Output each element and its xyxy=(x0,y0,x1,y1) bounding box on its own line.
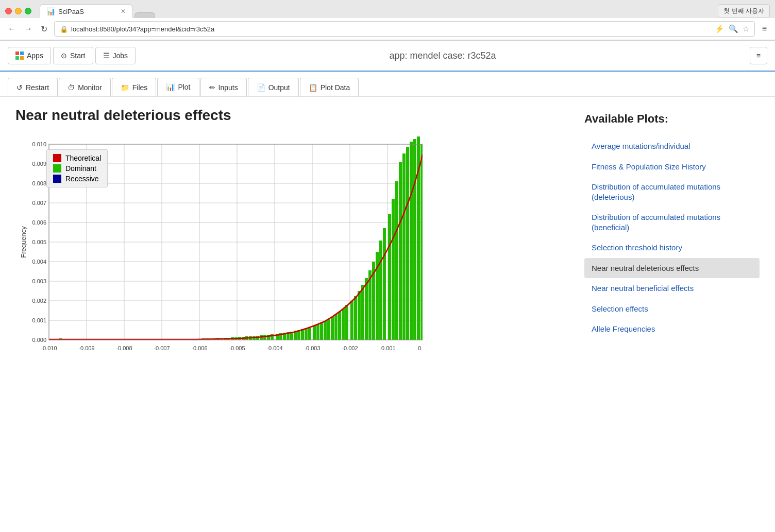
start-button[interactable]: ⊙ Start xyxy=(53,47,93,64)
tab-output-label: Output xyxy=(268,83,290,92)
traffic-lights xyxy=(5,8,31,14)
tab-monitor[interactable]: ⏱ Monitor xyxy=(59,78,111,96)
sidebar-link-2[interactable]: Distribution of accumulated mutations (d… xyxy=(584,177,760,207)
svg-rect-107 xyxy=(383,228,386,340)
tab-favicon-icon: 📊 xyxy=(46,7,55,15)
svg-text:-0.009: -0.009 xyxy=(78,345,94,351)
close-button[interactable] xyxy=(5,8,12,14)
apps-icon xyxy=(15,52,24,60)
apps-button[interactable]: Apps xyxy=(8,47,51,64)
forward-button[interactable]: → xyxy=(22,23,35,35)
inputs-icon: ✏ xyxy=(209,83,215,92)
tab-strip: ↺ Restart ⏱ Monitor 📁 Files 📊 Plot ✏ Inp… xyxy=(0,72,775,97)
tab-inputs[interactable]: ✏ Inputs xyxy=(200,78,247,96)
svg-rect-111 xyxy=(399,162,402,340)
apps-label: Apps xyxy=(27,52,43,60)
svg-rect-99 xyxy=(354,296,357,340)
sidebar-link-6[interactable]: Near neutral beneficial effects xyxy=(584,278,760,299)
hamburger-button[interactable]: ≡ xyxy=(750,47,767,64)
bookmark-icon[interactable]: ☆ xyxy=(743,24,749,33)
svg-rect-91 xyxy=(324,321,327,340)
reload-button[interactable]: ↻ xyxy=(38,23,50,35)
sidebar-link-8[interactable]: Allele Frequencies xyxy=(584,319,760,339)
dominant-legend-swatch xyxy=(53,164,61,173)
sidebar-link-5[interactable]: Near neutral deleterious effects xyxy=(584,258,760,279)
svg-rect-114 xyxy=(410,142,413,340)
minimize-button[interactable] xyxy=(15,8,22,14)
tab-plot[interactable]: 📊 Plot xyxy=(157,78,199,96)
chart-container: Theoretical Dominant Recessive Frequency xyxy=(15,134,423,371)
svg-text:0.000: 0.000 xyxy=(418,345,423,351)
files-icon: 📁 xyxy=(121,83,129,92)
app-info: app: mendel case: r3c52a xyxy=(136,50,750,61)
tab-output[interactable]: 📄 Output xyxy=(248,78,299,96)
tab-restart[interactable]: ↺ Restart xyxy=(8,78,58,96)
tab-plot-data[interactable]: 📋 Plot Data xyxy=(300,78,359,96)
output-icon: 📄 xyxy=(257,83,265,92)
sidebar-link-4[interactable]: Selection threshold history xyxy=(584,237,760,258)
svg-text:0.001: 0.001 xyxy=(32,317,46,323)
back-button[interactable]: ← xyxy=(5,23,19,35)
browser-tab[interactable]: 📊 SciPaaS ✕ xyxy=(40,4,132,18)
tab-restart-label: Restart xyxy=(26,83,49,92)
url-bar[interactable]: localhost:8580/plot/34?app=mendel&cid=r3… xyxy=(71,25,712,33)
y-axis-label: Frequency xyxy=(20,226,27,258)
app-toolbar: Apps ⊙ Start ☰ Jobs app: mendel case: r3… xyxy=(0,41,775,72)
plot-data-icon: 📋 xyxy=(309,83,317,92)
svg-rect-106 xyxy=(379,241,382,340)
kr-user-button[interactable]: 첫 번째 사용자 xyxy=(718,4,770,18)
tab-files-label: Files xyxy=(132,83,148,92)
start-label: Start xyxy=(70,52,86,60)
svg-text:0.006: 0.006 xyxy=(32,219,46,226)
sidebar-link-3[interactable]: Distribution of accumulated mutations (b… xyxy=(584,207,760,237)
svg-rect-115 xyxy=(413,139,416,340)
start-icon: ⊙ xyxy=(61,52,67,60)
svg-rect-110 xyxy=(395,181,398,340)
app-info-text: app: mendel case: r3c52a xyxy=(389,50,496,61)
svg-text:0.002: 0.002 xyxy=(32,298,46,304)
svg-rect-100 xyxy=(358,291,361,340)
svg-rect-90 xyxy=(320,322,323,340)
sidebar-link-1[interactable]: Fitness & Population Size History xyxy=(584,157,760,177)
tab-monitor-label: Monitor xyxy=(78,83,102,92)
svg-text:0.004: 0.004 xyxy=(32,259,46,265)
svg-text:0.003: 0.003 xyxy=(32,278,46,284)
svg-rect-86 xyxy=(305,328,308,340)
sidebar-link-7[interactable]: Selection effects xyxy=(584,299,760,319)
dominant-legend-label: Dominant xyxy=(65,164,96,173)
svg-rect-101 xyxy=(361,285,364,340)
chart-area: Near neutral deleterious effects Theoret… xyxy=(15,107,564,371)
svg-rect-98 xyxy=(350,301,353,340)
svg-rect-97 xyxy=(345,305,348,340)
new-tab-button[interactable] xyxy=(134,12,155,18)
hamburger-icon: ≡ xyxy=(756,52,761,60)
browser-menu-button[interactable]: ≡ xyxy=(759,23,770,35)
tab-close-button[interactable]: ✕ xyxy=(121,8,126,15)
search-icon[interactable]: 🔍 xyxy=(729,24,738,33)
svg-text:-0.001: -0.001 xyxy=(379,345,395,351)
lightning-icon: ⚡ xyxy=(715,24,725,33)
jobs-button[interactable]: ☰ Jobs xyxy=(95,47,136,64)
svg-text:-0.004: -0.004 xyxy=(266,345,282,351)
sidebar-title: Available Plots: xyxy=(584,112,760,126)
omnibar[interactable]: 🔒 localhost:8580/plot/34?app=mendel&cid=… xyxy=(54,21,755,37)
svg-text:0.000: 0.000 xyxy=(32,337,46,343)
maximize-button[interactable] xyxy=(25,8,31,14)
theoretical-legend-swatch xyxy=(53,154,61,162)
svg-text:-0.006: -0.006 xyxy=(191,345,207,351)
theoretical-legend-label: Theoretical xyxy=(65,154,101,162)
sidebar-link-0[interactable]: Average mutations/individual xyxy=(584,136,760,157)
tab-files[interactable]: 📁 Files xyxy=(112,78,157,96)
svg-rect-108 xyxy=(388,214,391,340)
svg-rect-87 xyxy=(308,327,311,340)
recessive-legend-label: Recessive xyxy=(65,175,99,183)
jobs-icon: ☰ xyxy=(103,52,110,60)
tab-plot-data-label: Plot Data xyxy=(321,83,350,92)
tab-title: SciPaaS xyxy=(58,8,84,15)
svg-text:-0.010: -0.010 xyxy=(41,345,57,351)
main-content: Near neutral deleterious effects Theoret… xyxy=(0,97,775,381)
jobs-label: Jobs xyxy=(113,52,128,60)
chart-legend: Theoretical Dominant Recessive xyxy=(46,149,108,187)
svg-rect-113 xyxy=(406,147,409,340)
toolbar-nav: Apps ⊙ Start ☰ Jobs xyxy=(8,47,136,64)
